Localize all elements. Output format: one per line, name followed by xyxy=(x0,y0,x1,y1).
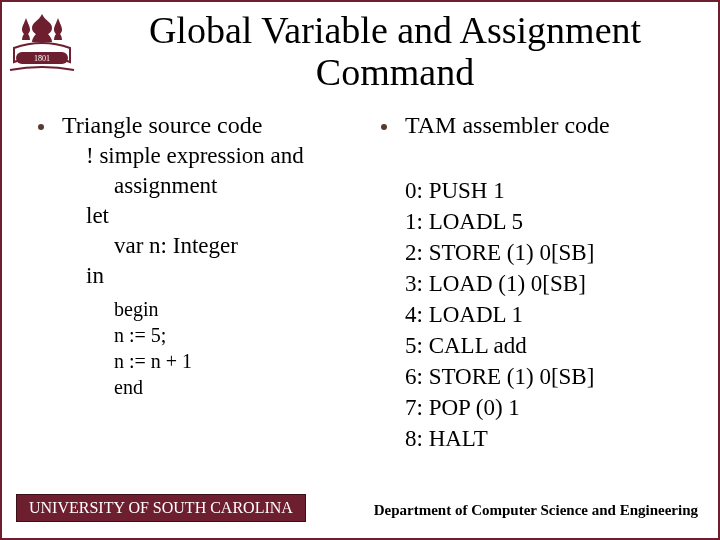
tam-line: 7: POP (0) 1 xyxy=(405,392,698,423)
triangle-source-block: ! simple expression and assignment let v… xyxy=(86,141,355,290)
bullet-icon xyxy=(381,124,387,130)
src-line: let xyxy=(86,201,355,231)
right-heading: TAM assembler code xyxy=(405,112,610,139)
code-line: n := 5; xyxy=(114,322,355,348)
footer: UNIVERSITY OF SOUTH CAROLINA Department … xyxy=(16,494,704,522)
code-line: end xyxy=(114,374,355,400)
left-bullet: Triangle source code xyxy=(32,112,355,139)
tam-line: 2: STORE (1) 0[SB] xyxy=(405,237,698,268)
slide-title: Global Variable and Assignment Command xyxy=(82,10,708,94)
right-bullet: TAM assembler code xyxy=(375,112,698,139)
tam-line: 6: STORE (1) 0[SB] xyxy=(405,361,698,392)
tam-line: 5: CALL add xyxy=(405,330,698,361)
slide: 1801 Global Variable and Assignment Comm… xyxy=(0,0,720,540)
code-line: begin xyxy=(114,296,355,322)
tam-line: 4: LOADL 1 xyxy=(405,299,698,330)
right-column: TAM assembler code 0: PUSH 1 1: LOADL 5 … xyxy=(365,112,698,478)
left-column: Triangle source code ! simple expression… xyxy=(32,112,365,478)
content-area: Triangle source code ! simple expression… xyxy=(32,112,698,478)
university-logo: 1801 xyxy=(8,8,76,76)
src-line: assignment xyxy=(86,171,355,201)
tam-line: 0: PUSH 1 xyxy=(405,175,698,206)
src-line: var n: Integer xyxy=(86,231,355,261)
footer-department: Department of Computer Science and Engin… xyxy=(306,494,704,522)
src-line: ! simple expression and xyxy=(86,141,355,171)
tam-line: 1: LOADL 5 xyxy=(405,206,698,237)
triangle-code-block: begin n := 5; n := n + 1 end xyxy=(114,296,355,400)
tam-line: 8: HALT xyxy=(405,423,698,454)
src-line: in xyxy=(86,261,355,291)
svg-text:1801: 1801 xyxy=(34,54,50,63)
code-line: n := n + 1 xyxy=(114,348,355,374)
footer-university: UNIVERSITY OF SOUTH CAROLINA xyxy=(16,494,306,522)
left-heading: Triangle source code xyxy=(62,112,262,139)
tam-assembler-block: 0: PUSH 1 1: LOADL 5 2: STORE (1) 0[SB] … xyxy=(405,175,698,454)
tam-line: 3: LOAD (1) 0[SB] xyxy=(405,268,698,299)
bullet-icon xyxy=(38,124,44,130)
